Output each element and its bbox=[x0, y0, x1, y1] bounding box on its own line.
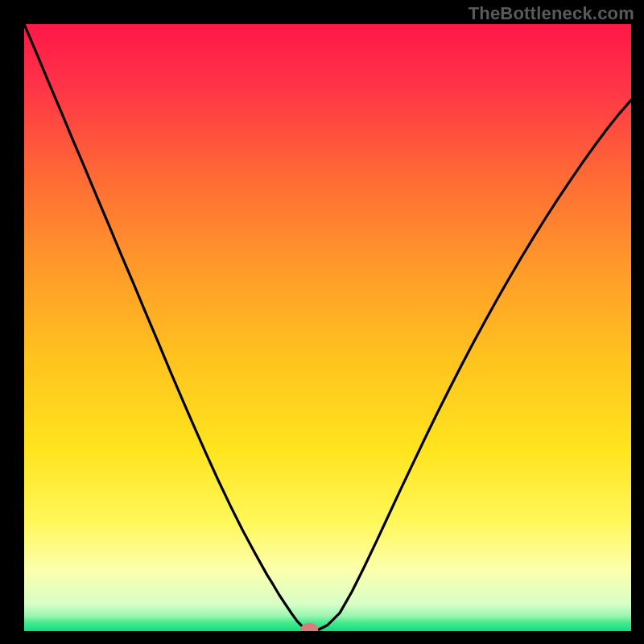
svg-rect-5 bbox=[0, 0, 24, 644]
svg-rect-0 bbox=[24, 24, 631, 631]
svg-rect-6 bbox=[631, 0, 644, 644]
chart-frame: TheBottleneck.com bbox=[0, 0, 644, 644]
bottleneck-chart bbox=[0, 0, 644, 644]
watermark-text: TheBottleneck.com bbox=[469, 3, 634, 24]
svg-rect-4 bbox=[0, 631, 644, 644]
